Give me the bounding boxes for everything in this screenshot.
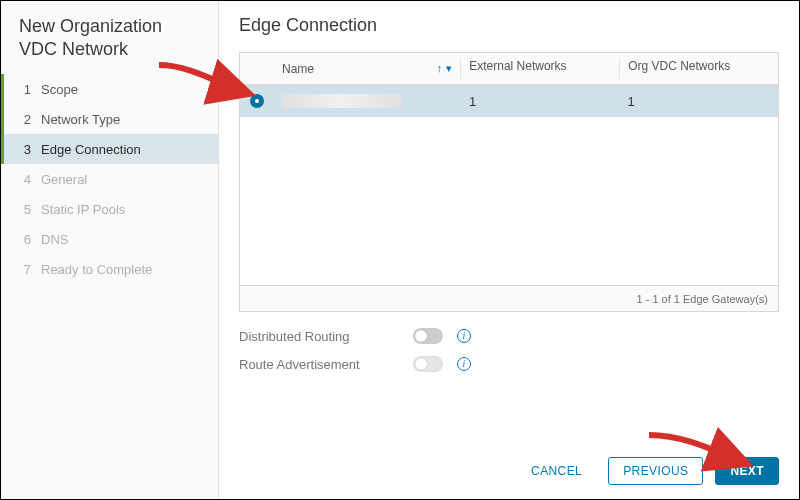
grid-body: 1 1 — [240, 85, 778, 285]
option-route-advertisement: Route Advertisement i — [239, 356, 779, 372]
dialog-footer: CANCEL PREVIOUS NEXT — [1, 443, 799, 499]
previous-button[interactable]: PREVIOUS — [608, 457, 703, 485]
main-panel: Edge Connection Name ↑ ▾ External Networ… — [219, 1, 799, 499]
edge-gateway-grid: Name ↑ ▾ External Networks Org VDC Netwo… — [239, 52, 779, 312]
info-icon[interactable]: i — [457, 329, 471, 343]
step-label: General — [41, 172, 87, 187]
dialog-body: New Organization VDC Network 1 Scope 2 N… — [1, 1, 799, 499]
step-label: Edge Connection — [41, 142, 141, 157]
wizard-steps: 1 Scope 2 Network Type 3 Edge Connection… — [1, 74, 218, 284]
option-distributed-routing: Distributed Routing i — [239, 328, 779, 344]
filter-icon[interactable]: ▾ — [446, 62, 452, 75]
options-section: Distributed Routing i Route Advertisemen… — [239, 328, 779, 372]
row-ext-cell: 1 — [461, 94, 620, 109]
wizard-title: New Organization VDC Network — [1, 15, 218, 74]
col-ovn-label: Org VDC Networks — [628, 59, 730, 73]
option-label: Route Advertisement — [239, 357, 399, 372]
next-button[interactable]: NEXT — [715, 457, 779, 485]
step-label: Scope — [41, 82, 78, 97]
wizard-sidebar: New Organization VDC Network 1 Scope 2 N… — [1, 1, 219, 499]
step-number: 5 — [19, 202, 31, 217]
step-scope[interactable]: 1 Scope — [1, 74, 218, 104]
step-label: Ready to Complete — [41, 262, 152, 277]
col-name-label: Name — [282, 62, 314, 76]
step-number: 3 — [19, 142, 31, 157]
page-title: Edge Connection — [239, 15, 779, 36]
grid-footer: 1 - 1 of 1 Edge Gateway(s) — [240, 285, 778, 311]
step-number: 6 — [19, 232, 31, 247]
step-number: 2 — [19, 112, 31, 127]
col-ext-header[interactable]: External Networks — [460, 59, 619, 79]
toggle-distributed-routing[interactable] — [413, 328, 443, 344]
step-network-type[interactable]: 2 Network Type — [1, 104, 218, 134]
step-number: 1 — [19, 82, 31, 97]
sort-controls[interactable]: ↑ ▾ — [437, 62, 453, 75]
step-number: 7 — [19, 262, 31, 277]
toggle-route-advertisement[interactable] — [413, 356, 443, 372]
step-label: Network Type — [41, 112, 120, 127]
step-number: 4 — [19, 172, 31, 187]
info-icon[interactable]: i — [457, 357, 471, 371]
row-ovn-cell: 1 — [620, 94, 779, 109]
step-general[interactable]: 4 General — [1, 164, 218, 194]
cancel-button[interactable]: CANCEL — [517, 457, 596, 485]
option-label: Distributed Routing — [239, 329, 399, 344]
step-static-ip-pools[interactable]: 5 Static IP Pools — [1, 194, 218, 224]
table-row[interactable]: 1 1 — [240, 85, 778, 117]
row-name-cell — [274, 94, 461, 108]
step-edge-connection[interactable]: 3 Edge Connection — [1, 134, 218, 164]
step-label: Static IP Pools — [41, 202, 125, 217]
row-radio-cell[interactable] — [240, 94, 274, 108]
redacted-name — [282, 94, 402, 108]
grid-header: Name ↑ ▾ External Networks Org VDC Netwo… — [240, 53, 778, 85]
step-dns[interactable]: 6 DNS — [1, 224, 218, 254]
grid-count: 1 - 1 of 1 Edge Gateway(s) — [637, 293, 768, 305]
col-ovn-header[interactable]: Org VDC Networks — [619, 59, 778, 79]
col-ext-label: External Networks — [469, 59, 566, 73]
wizard-dialog: New Organization VDC Network 1 Scope 2 N… — [0, 0, 800, 500]
sort-asc-icon[interactable]: ↑ — [437, 62, 443, 75]
radio-selected-icon[interactable] — [250, 94, 264, 108]
step-label: DNS — [41, 232, 68, 247]
step-ready-to-complete[interactable]: 7 Ready to Complete — [1, 254, 218, 284]
col-name-header[interactable]: Name ↑ ▾ — [274, 62, 460, 76]
